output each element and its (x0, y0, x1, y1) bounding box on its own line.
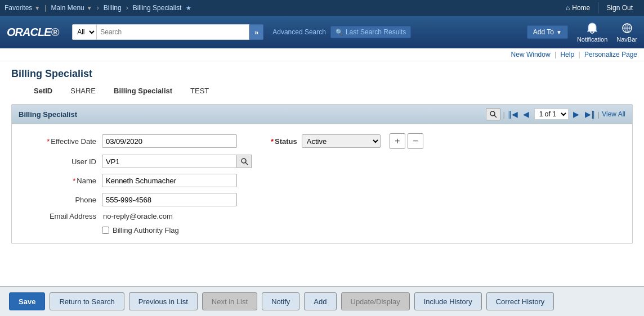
svg-line-7 (245, 162, 248, 165)
new-window-link[interactable]: New Window (511, 51, 551, 58)
notification-button[interactable]: Notification (577, 21, 607, 43)
setid-row: SetID SHARE Billing Specialist TEST (34, 87, 633, 95)
previous-in-list-button[interactable]: Previous in List (129, 292, 198, 310)
grid-search-button[interactable] (486, 108, 500, 120)
email-label: Email Address (23, 212, 102, 220)
add-button[interactable]: Add (304, 292, 336, 310)
grid-search-icon (489, 110, 497, 118)
grid-page-select[interactable]: 1 of 1 (534, 109, 569, 120)
favorites-arrow: ▼ (34, 5, 40, 11)
user-id-input-group (102, 155, 252, 168)
search-input[interactable] (97, 24, 249, 40)
user-id-label: User ID (23, 157, 102, 166)
notification-icon (584, 21, 600, 35)
notify-button[interactable]: Notify (262, 292, 299, 310)
svg-point-4 (490, 111, 495, 116)
billing-authority-label: Billing Authority Flag (113, 226, 179, 234)
user-id-search-button[interactable] (237, 155, 252, 168)
grid-title: Billing Specialist (19, 110, 77, 119)
name-input[interactable] (102, 174, 237, 187)
nav-divider (598, 2, 598, 13)
add-to-button[interactable]: Add To ▼ (527, 25, 568, 39)
grid-nav: | ‖◀ ◀ 1 of 1 ▶ ▶‖ | View All (486, 108, 625, 120)
effective-date-input[interactable] (102, 134, 237, 148)
effective-date-label: Effective Date (23, 137, 102, 146)
breadcrumb-billing-specialist[interactable]: Billing Specialist (133, 4, 182, 12)
return-to-search-button[interactable]: Return to Search (50, 292, 124, 310)
search-icon: 🔍 (336, 29, 343, 36)
correct-history-button[interactable]: Correct History (486, 292, 554, 310)
svg-line-5 (494, 115, 497, 118)
phone-label: Phone (23, 196, 102, 204)
phone-row: Phone (23, 193, 621, 206)
home-button[interactable]: ⌂ Home (559, 0, 597, 16)
add-remove-buttons: + − (390, 133, 423, 149)
add-row-button[interactable]: + (390, 133, 405, 149)
email-row: Email Address no-reply@oracle.com (23, 212, 621, 220)
grid-header: Billing Specialist | ‖◀ ◀ 1 of 1 ▶ ▶‖ | … (12, 105, 632, 124)
save-button[interactable]: Save (9, 292, 45, 310)
grid-next-button[interactable]: ▶ (571, 109, 582, 120)
name-row: Name (23, 174, 621, 187)
billing-authority-checkbox[interactable] (102, 227, 109, 234)
grid-first-button[interactable]: ‖◀ (507, 109, 518, 120)
search-type-select[interactable]: All (72, 24, 97, 40)
main-menu-arrow: ▼ (87, 5, 92, 11)
email-value: no-reply@oracle.com (103, 212, 173, 220)
search-area: All » (72, 24, 263, 40)
include-history-button[interactable]: Include History (414, 292, 482, 310)
setid-value: SHARE (70, 87, 96, 95)
sub-header: New Window | Help | Personalize Page (0, 48, 644, 61)
header-right-area: Add To ▼ Notification NavBar (527, 21, 637, 43)
last-search-button[interactable]: 🔍 Last Search Results (330, 26, 411, 38)
phone-input[interactable] (102, 193, 237, 206)
top-nav: Favorites ▼ | Main Menu ▼ › Billing › Bi… (0, 0, 644, 16)
add-to-arrow-icon: ▼ (556, 29, 562, 35)
view-all-link[interactable]: View All (602, 110, 625, 118)
user-id-row: User ID (23, 155, 621, 168)
grid-section: Billing Specialist | ‖◀ ◀ 1 of 1 ▶ ▶‖ | … (11, 104, 633, 244)
billing-authority-row: Billing Authority Flag (102, 226, 621, 234)
update-display-button[interactable]: Update/Display (341, 292, 410, 310)
main-menu[interactable]: Main Menu (51, 4, 84, 12)
name-label: Name (23, 177, 102, 185)
header-bar: ORACLE® All » Advanced Search 🔍 Last Sea… (0, 16, 644, 48)
effective-date-row: Effective Date Status Active Inactive + … (23, 133, 621, 149)
advanced-search-link[interactable]: Advanced Search (272, 28, 326, 36)
setid-label: SetID (34, 87, 52, 95)
page-bookmark-icon[interactable]: ★ (186, 4, 191, 12)
top-nav-right: ⌂ Home Sign Out (559, 0, 639, 16)
user-id-input[interactable] (102, 155, 237, 168)
billing-specialist-header-label: Billing Specialist (114, 87, 172, 95)
navbar-icon (619, 21, 635, 35)
sign-out-button[interactable]: Sign Out (600, 0, 639, 16)
user-id-search-icon (240, 157, 248, 165)
home-icon: ⌂ (566, 4, 570, 12)
oracle-logo: ORACLE® (7, 26, 59, 39)
action-bar: Save Return to Search Previous in List N… (0, 286, 644, 316)
personalize-page-link[interactable]: Personalize Page (584, 51, 637, 58)
grid-last-button[interactable]: ▶‖ (584, 109, 596, 120)
favorites-menu[interactable]: Favorites (5, 4, 32, 12)
grid-prev-button[interactable]: ◀ (521, 109, 532, 120)
remove-row-button[interactable]: − (408, 133, 423, 149)
svg-point-6 (242, 159, 246, 163)
billing-specialist-header-value: TEST (190, 87, 209, 95)
breadcrumb-billing[interactable]: Billing (104, 4, 122, 12)
status-group: Status Active Inactive (271, 134, 381, 148)
help-link[interactable]: Help (560, 51, 574, 58)
breadcrumb-area: Favorites ▼ | Main Menu ▼ › Billing › Bi… (5, 4, 191, 12)
search-go-button[interactable]: » (249, 24, 263, 40)
status-select[interactable]: Active Inactive (302, 134, 381, 148)
navbar-button[interactable]: NavBar (616, 21, 637, 43)
next-in-list-button[interactable]: Next in List (202, 292, 257, 310)
page-title: Billing Specialist (11, 68, 633, 80)
main-content: Billing Specialist SetID SHARE Billing S… (0, 61, 644, 286)
status-label: Status (271, 137, 297, 146)
form-area: Effective Date Status Active Inactive + … (12, 124, 632, 243)
